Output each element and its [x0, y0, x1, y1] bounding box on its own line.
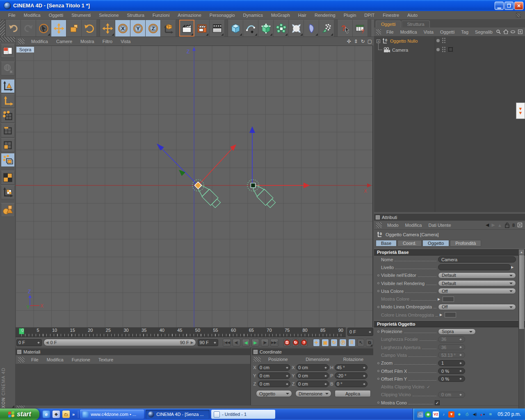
viewport-maximize-icon[interactable]: ▢: [366, 39, 373, 44]
rot-p-field[interactable]: -20 °: [335, 372, 368, 379]
vp-menu-filtro[interactable]: Filtro: [98, 38, 116, 45]
texture-mode-button[interactable]: [1, 171, 15, 185]
om-menu-vista[interactable]: Vista: [420, 29, 437, 35]
play-forward-button[interactable]: ▶: [251, 339, 259, 347]
viewport-zoom-icon[interactable]: ⇕: [352, 39, 359, 44]
frame-field-right[interactable]: 0 F: [347, 328, 373, 336]
dim-z-field[interactable]: 0 cm: [296, 381, 329, 387]
quicklaunch-overflow-chevron[interactable]: »: [72, 412, 75, 417]
prev-key-button[interactable]: ◀|: [233, 339, 240, 347]
render-visibility-dots[interactable]: [442, 47, 445, 52]
record-position-toggle[interactable]: ✛: [313, 339, 320, 347]
livello-field[interactable]: [438, 264, 511, 270]
lunghezza-focale-field[interactable]: 36: [438, 336, 465, 342]
campo-vista-field[interactable]: 53.13 °: [438, 352, 465, 358]
om-menu-grip[interactable]: [376, 29, 381, 35]
autokey-button[interactable]: ↻: [292, 339, 299, 347]
redo-button-disabled[interactable]: [21, 20, 36, 37]
lock-x-axis-button[interactable]: X: [115, 20, 130, 37]
mostra-colore-arrow[interactable]: ▶: [438, 297, 442, 301]
menu-hair[interactable]: Hair: [294, 12, 310, 18]
menu-animazione[interactable]: Animazione: [173, 12, 205, 18]
attr-menu-modo[interactable]: Modo: [384, 222, 402, 228]
om-menu-modifica[interactable]: Modifica: [397, 29, 420, 35]
close-button[interactable]: ✕: [514, 2, 523, 10]
record-help-button[interactable]: ?: [301, 339, 308, 347]
usa-colore-dropdown[interactable]: Off: [438, 288, 516, 294]
layout-icon[interactable]: [1, 44, 15, 58]
tab-oggetto[interactable]: Oggetto: [422, 240, 449, 247]
add-light-button[interactable]: [289, 20, 304, 37]
home-icon[interactable]: [503, 29, 509, 35]
frame-range-slider[interactable]: ◀0 F 90 F▶: [43, 339, 196, 346]
new-panel-icon[interactable]: [517, 222, 523, 228]
record-parameter-toggle[interactable]: Ⓟ: [339, 339, 347, 347]
minimal-keys-button[interactable]: ⧉: [366, 339, 373, 347]
scrollbar-thumb[interactable]: [519, 255, 524, 329]
wireless-tray-icon[interactable]: ≋: [487, 411, 493, 418]
apply-button[interactable]: Applica: [335, 390, 371, 397]
materials-title-bar[interactable]: Materiali: [16, 348, 250, 355]
clipping-vicino-field[interactable]: 0 cm: [438, 392, 465, 398]
object-row-null[interactable]: + 0 Oggetto Nullo: [374, 37, 525, 46]
undo-button[interactable]: [6, 20, 21, 37]
offset-film-x-field[interactable]: 0 %: [438, 368, 465, 374]
menu-funzioni[interactable]: Funzioni: [148, 12, 174, 18]
render-view-button[interactable]: [179, 20, 194, 37]
v2-tray-icon[interactable]: V2: [433, 411, 439, 418]
coord-mode-dropdown[interactable]: Oggetto: [256, 390, 292, 397]
vp-menu-mostra[interactable]: Mostra: [76, 38, 98, 45]
materials-content[interactable]: [16, 364, 250, 405]
tab-base[interactable]: Base: [376, 240, 397, 247]
object-library-icon[interactable]: [1, 203, 15, 217]
object-axis-mode-button[interactable]: [1, 94, 15, 108]
play-backward-button[interactable]: ◀: [242, 339, 250, 347]
traffic-tray-icon[interactable]: ▲▼: [479, 411, 486, 418]
scroll-up-icon[interactable]: ▲: [519, 249, 524, 255]
add-environment-button[interactable]: [304, 20, 319, 37]
move-global-tool[interactable]: [100, 20, 115, 37]
mostra-cono-checkbox[interactable]: ✓: [435, 400, 440, 405]
edges-mode-button[interactable]: [1, 123, 15, 137]
lock-icon[interactable]: [504, 222, 510, 228]
move-tool[interactable]: [51, 20, 66, 37]
section-proprieta-oggetto[interactable]: Proprietà Oggetto: [374, 320, 525, 327]
convert-object-icon-disabled[interactable]: [1, 62, 15, 75]
larghezza-apertura-field[interactable]: 36: [438, 344, 465, 350]
camera-tag-icon[interactable]: [448, 47, 453, 52]
next-key-button[interactable]: |▶: [261, 339, 269, 347]
animation-mode-button[interactable]: [1, 153, 15, 167]
record-pla-toggle[interactable]: ⠿: [348, 339, 356, 347]
task-cinema4d[interactable]: CINEMA 4D - [Senza ...: [146, 410, 210, 419]
materials-menu-grip[interactable]: [18, 357, 25, 363]
flashget-tray-icon[interactable]: ▼: [448, 411, 454, 418]
menu-dpit[interactable]: DPIT: [360, 12, 379, 18]
model-mode-button[interactable]: [1, 79, 15, 93]
attr-menu-grip[interactable]: [376, 222, 382, 228]
polygons-mode-button[interactable]: [1, 138, 15, 152]
lock-z-axis-button[interactable]: Z: [146, 20, 161, 37]
mode-toolbar-grip[interactable]: [0, 37, 15, 42]
mat-menu-texture[interactable]: Texture: [94, 356, 117, 363]
attributes-scrollbar[interactable]: ▲ ▼: [518, 249, 524, 420]
start-button[interactable]: start: [0, 409, 39, 420]
eye-icon[interactable]: [510, 29, 516, 35]
timeline-ruler[interactable]: 051015202530354045505560657075808590: [16, 327, 346, 337]
add-spline-button[interactable]: [243, 20, 258, 37]
command-manager-button[interactable]: ?: [353, 20, 368, 37]
network-tray-icon[interactable]: 🖵: [417, 411, 423, 418]
menu-modifica[interactable]: Modifica: [20, 12, 45, 18]
offset-film-y-field[interactable]: 0 %: [438, 376, 465, 382]
add-hypernurbs-button[interactable]: [258, 20, 274, 37]
modo-linea-dropdown[interactable]: Off: [438, 304, 516, 310]
colore-linea-arrow[interactable]: ▶: [440, 313, 444, 317]
render-region-button[interactable]: [194, 20, 210, 37]
history-back-icon[interactable]: ◀: [486, 222, 489, 228]
toolbar-grip[interactable]: [0, 20, 6, 37]
scale-tool[interactable]: [66, 20, 82, 37]
viewport-rotate-icon[interactable]: ↻: [359, 39, 366, 44]
vp-menu-camere[interactable]: Camere: [52, 38, 76, 45]
visibile-rendering-dropdown[interactable]: Default: [438, 280, 516, 286]
mostra-colore-swatch[interactable]: [443, 297, 454, 302]
pos-z-field[interactable]: 0 cm: [258, 381, 290, 387]
